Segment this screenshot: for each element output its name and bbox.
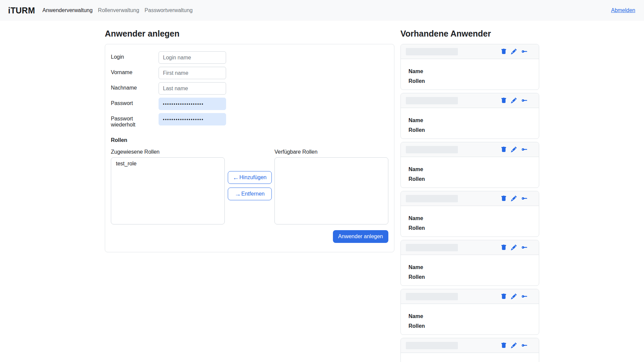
set-password-button[interactable]: [521, 49, 528, 54]
key-icon: [521, 294, 528, 299]
brand-logo[interactable]: iTURM: [8, 6, 35, 15]
user-card-body: Name Rollen: [401, 157, 539, 183]
user-name-row: Name: [409, 215, 539, 222]
edit-user-button[interactable]: [511, 147, 517, 152]
trash-icon: [501, 196, 507, 201]
role-transfer-buttons: ← Hinzufügen → Entfernen: [225, 149, 274, 224]
user-roles-row: Rollen: [409, 322, 539, 329]
role-option[interactable]: test_role: [111, 158, 224, 170]
set-password-button[interactable]: [521, 343, 528, 348]
edit-user-button[interactable]: [511, 49, 517, 54]
pencil-icon: [511, 49, 517, 54]
pencil-icon: [511, 343, 517, 348]
user-name-label: Name: [409, 68, 452, 75]
user-name-row: Name: [409, 313, 539, 320]
existing-users-title: Vorhandene Anwender: [400, 29, 539, 39]
nachname-input[interactable]: [159, 82, 226, 95]
create-user-submit-button[interactable]: Anwender anlegen: [333, 230, 388, 243]
app-screen: iTURM AnwenderverwaltungRollenverwaltung…: [0, 0, 644, 362]
user-roles-label: Rollen: [409, 322, 452, 329]
user-name-row: Name: [409, 166, 539, 173]
passwort-input[interactable]: [159, 98, 226, 110]
user-roles-label: Rollen: [409, 126, 452, 134]
user-card-body: Name Rollen: [401, 206, 539, 231]
vorname-input[interactable]: [159, 67, 226, 79]
key-icon: [521, 245, 528, 250]
user-roles-row: Rollen: [409, 175, 539, 183]
key-icon: [521, 98, 528, 103]
set-password-button[interactable]: [521, 294, 528, 299]
remove-role-button-label: Entfernen: [241, 191, 264, 197]
edit-user-button[interactable]: [511, 245, 517, 250]
field-label: Passwort wiederholt: [111, 113, 159, 128]
user-name-label: Name: [409, 215, 452, 222]
edit-user-button[interactable]: [511, 196, 517, 201]
pencil-icon: [511, 245, 517, 250]
set-password-button[interactable]: [521, 147, 528, 152]
set-password-button[interactable]: [521, 98, 528, 103]
field-label: Vorname: [111, 67, 159, 79]
add-role-button[interactable]: ← Hinzufügen: [228, 171, 272, 184]
user-card-actions: [501, 98, 528, 103]
nav-menu: AnwenderverwaltungRollenverwaltungPasswo…: [40, 5, 195, 16]
pencil-icon: [511, 147, 517, 152]
skeleton-placeholder: [406, 146, 458, 153]
key-icon: [521, 196, 528, 201]
form-field-row: Passwort: [111, 98, 388, 110]
delete-user-button[interactable]: [501, 343, 507, 348]
create-user-section: Anwender anlegen Login Vorname Nachname …: [105, 29, 394, 362]
skeleton-placeholder: [406, 293, 458, 300]
user-name-row: Name: [409, 264, 539, 271]
delete-user-button[interactable]: [501, 49, 507, 54]
nav-item-2[interactable]: Passwortverwaltung: [142, 5, 195, 16]
set-password-button[interactable]: [521, 196, 528, 201]
user-card-header: [401, 289, 539, 304]
available-roles-label: Verfügbare Rollen: [274, 149, 388, 155]
assigned-roles-column: Zugewiesene Rollen test_role: [111, 149, 225, 224]
trash-icon: [501, 147, 507, 152]
form-field-row: Login: [111, 51, 388, 64]
login-input[interactable]: [159, 51, 226, 64]
delete-user-button[interactable]: [501, 294, 507, 299]
user-name-label: Name: [409, 166, 452, 173]
submit-row: Anwender anlegen: [111, 230, 388, 243]
user-card-actions: [501, 147, 528, 152]
user-card-header: [401, 191, 539, 206]
logout-link[interactable]: Abmelden: [611, 7, 635, 13]
user-card-body: Name Rollen: [401, 255, 539, 280]
trash-icon: [501, 49, 507, 54]
delete-user-button[interactable]: [501, 98, 507, 103]
user-card: Name Rollen: [400, 191, 539, 237]
delete-user-button[interactable]: [501, 245, 507, 250]
delete-user-button[interactable]: [501, 196, 507, 201]
user-card-actions: [501, 49, 528, 54]
nav-item-0[interactable]: Anwenderverwaltung: [40, 5, 95, 16]
skeleton-placeholder: [406, 342, 458, 349]
delete-user-button[interactable]: [501, 147, 507, 152]
existing-users-section: Vorhandene Anwender: [400, 29, 539, 362]
edit-user-button[interactable]: [511, 343, 517, 348]
form-field-row: Nachname: [111, 82, 388, 95]
edit-user-button[interactable]: [511, 98, 517, 103]
remove-role-button[interactable]: → Entfernen: [228, 188, 272, 200]
available-roles-listbox[interactable]: [274, 157, 388, 224]
trash-icon: [501, 343, 507, 348]
user-card-header: [401, 338, 539, 353]
edit-user-button[interactable]: [511, 294, 517, 299]
user-name-row: Name: [409, 68, 539, 75]
pencil-icon: [511, 196, 517, 201]
user-roles-label: Rollen: [409, 224, 452, 231]
passwort-wiederholt-input[interactable]: [159, 113, 226, 125]
assigned-roles-listbox[interactable]: test_role: [111, 157, 225, 224]
user-card-actions: [501, 245, 528, 250]
set-password-button[interactable]: [521, 245, 528, 250]
user-card-body: Name Vanessa Heide Rollen: [401, 353, 539, 362]
trash-icon: [501, 245, 507, 250]
nav-item-1[interactable]: Rollenverwaltung: [95, 5, 142, 16]
skeleton-placeholder: [406, 244, 458, 251]
pencil-icon: [511, 98, 517, 103]
user-roles-row: Rollen: [409, 273, 539, 280]
user-card: Name Rollen: [400, 44, 539, 90]
user-card-header: [401, 142, 539, 157]
add-role-button-label: Hinzufügen: [240, 174, 267, 180]
